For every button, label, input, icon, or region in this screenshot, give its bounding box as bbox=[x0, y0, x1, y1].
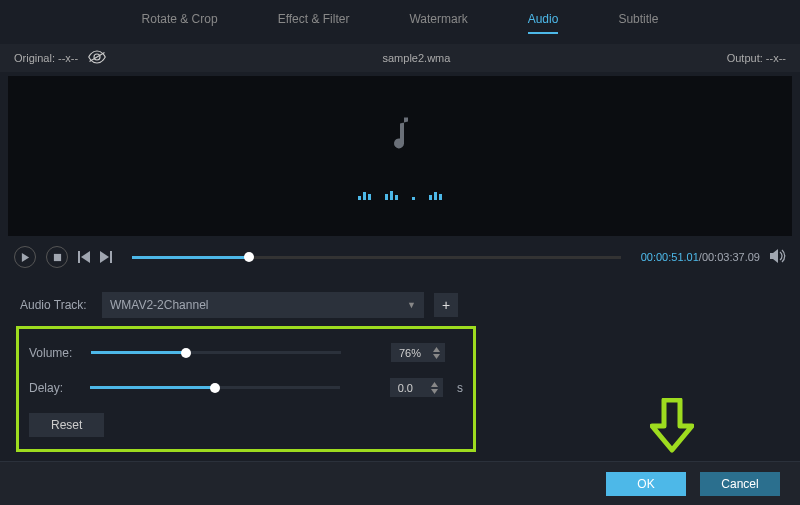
time-display: 00:00:51.01/00:03:37.09 bbox=[641, 251, 760, 263]
ok-button[interactable]: OK bbox=[606, 472, 686, 496]
filename: sample2.wma bbox=[383, 52, 451, 64]
cancel-button[interactable]: Cancel bbox=[700, 472, 780, 496]
svg-marker-4 bbox=[81, 251, 90, 263]
preview-area bbox=[8, 76, 792, 236]
timeline-slider[interactable] bbox=[132, 256, 621, 259]
output-size: Output: --x-- bbox=[727, 52, 786, 64]
volume-icon[interactable] bbox=[770, 249, 786, 266]
volume-step-up[interactable] bbox=[431, 346, 441, 352]
volume-spinner[interactable]: 76% bbox=[391, 343, 445, 362]
add-track-button[interactable]: + bbox=[434, 293, 458, 317]
reset-button[interactable]: Reset bbox=[29, 413, 104, 437]
play-button[interactable] bbox=[14, 246, 36, 268]
svg-marker-9 bbox=[433, 354, 440, 359]
tab-watermark[interactable]: Watermark bbox=[409, 12, 467, 34]
delay-step-down[interactable] bbox=[429, 388, 439, 394]
svg-marker-11 bbox=[431, 389, 438, 394]
audio-track-select[interactable]: WMAV2-2Channel ▼ bbox=[102, 292, 424, 318]
volume-step-down[interactable] bbox=[431, 353, 441, 359]
prev-frame-button[interactable] bbox=[78, 251, 90, 263]
audio-settings-panel: Volume: 76% Delay: 0.0 s Reset bbox=[16, 326, 476, 452]
current-time: 00:00:51.01 bbox=[641, 251, 699, 263]
delay-step-up[interactable] bbox=[429, 381, 439, 387]
file-info-bar: Original: --x-- sample2.wma Output: --x-… bbox=[0, 44, 800, 72]
audio-track-value: WMAV2-2Channel bbox=[110, 298, 208, 312]
svg-rect-2 bbox=[53, 253, 60, 260]
total-time: 00:03:37.09 bbox=[702, 251, 760, 263]
svg-rect-6 bbox=[110, 251, 112, 263]
delay-label: Delay: bbox=[29, 381, 80, 395]
delay-slider[interactable] bbox=[90, 386, 340, 389]
tab-bar: Rotate & Crop Effect & Filter Watermark … bbox=[0, 0, 800, 44]
tab-effect-filter[interactable]: Effect & Filter bbox=[278, 12, 350, 34]
svg-marker-5 bbox=[100, 251, 109, 263]
next-frame-button[interactable] bbox=[100, 251, 112, 263]
original-size: Original: --x-- bbox=[14, 52, 78, 64]
svg-marker-8 bbox=[433, 347, 440, 352]
volume-value: 76% bbox=[399, 347, 421, 359]
audio-track-label: Audio Track: bbox=[20, 298, 92, 312]
svg-rect-3 bbox=[78, 251, 80, 263]
tab-audio[interactable]: Audio bbox=[528, 12, 559, 34]
volume-slider[interactable] bbox=[91, 351, 341, 354]
delay-unit: s bbox=[457, 381, 463, 395]
tab-subtitle[interactable]: Subtitle bbox=[618, 12, 658, 34]
music-note-icon bbox=[386, 115, 414, 158]
chevron-down-icon: ▼ bbox=[407, 300, 416, 310]
svg-marker-10 bbox=[431, 382, 438, 387]
delay-value: 0.0 bbox=[398, 382, 413, 394]
equalizer-icon bbox=[358, 191, 442, 200]
stop-button[interactable] bbox=[46, 246, 68, 268]
footer-bar: OK Cancel bbox=[0, 461, 800, 505]
audio-track-row: Audio Track: WMAV2-2Channel ▼ + bbox=[0, 282, 800, 322]
annotation-arrow-icon bbox=[650, 398, 694, 457]
visibility-toggle-icon[interactable] bbox=[88, 50, 106, 66]
svg-marker-7 bbox=[770, 249, 778, 263]
svg-marker-1 bbox=[21, 253, 28, 262]
tab-rotate-crop[interactable]: Rotate & Crop bbox=[142, 12, 218, 34]
delay-spinner[interactable]: 0.0 bbox=[390, 378, 443, 397]
playback-bar: 00:00:51.01/00:03:37.09 bbox=[0, 236, 800, 282]
volume-label: Volume: bbox=[29, 346, 81, 360]
